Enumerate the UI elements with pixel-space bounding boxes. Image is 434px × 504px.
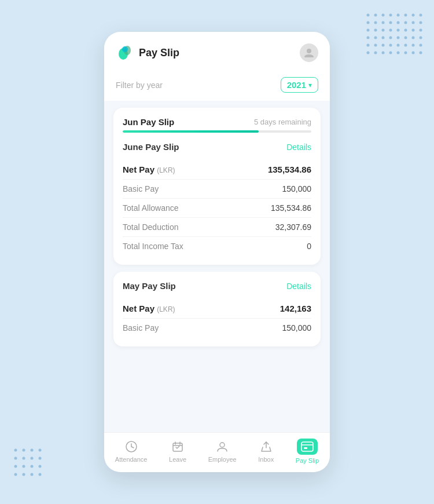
payslip-icon [297,439,318,455]
svg-point-18 [382,29,385,32]
employee-icon [215,440,229,454]
svg-point-3 [389,14,392,17]
may-net-pay-label: Net Pay (LKR) [123,304,175,313]
june-section-title: Jun Pay Slip [123,117,174,127]
svg-point-28 [397,36,400,39]
svg-point-13 [404,21,407,24]
svg-point-52 [14,457,17,460]
nav-item-attendance[interactable]: Attendance [115,440,148,463]
svg-point-41 [374,52,377,54]
year-selector[interactable]: 2021 ▾ [281,77,318,93]
nav-label-inbox: Inbox [258,456,274,463]
bottom-nav: Attendance Leave [104,432,330,472]
svg-point-7 [420,14,422,17]
svg-rect-72 [304,447,307,449]
filter-row: Filter by year 2021 ▾ [104,71,330,101]
svg-point-10 [382,21,385,24]
may-details-link[interactable]: Details [286,282,311,291]
june-total-income-tax-value: 0 [307,242,311,251]
svg-point-1 [374,14,377,17]
svg-point-50 [31,449,34,452]
svg-point-62 [31,473,34,476]
svg-point-43 [389,52,392,54]
nav-label-attendance: Attendance [115,456,148,463]
svg-point-39 [420,44,422,47]
may-net-pay-currency: (LKR) [157,305,175,313]
svg-point-8 [367,21,370,24]
may-basic-pay-row: Basic Pay 150,000 [123,319,311,337]
svg-point-16 [367,29,370,32]
svg-point-42 [382,52,385,54]
june-net-pay-row: Net Pay (LKR) 135,534.86 [123,160,311,180]
nav-item-leave[interactable]: Leave [169,440,186,463]
svg-point-23 [420,29,422,32]
june-total-income-tax-label: Total Income Tax [123,242,183,251]
june-net-pay-label: Net Pay (LKR) [123,165,175,174]
svg-point-56 [14,465,17,468]
svg-point-14 [412,21,415,24]
filter-label: Filter by year [116,81,163,90]
svg-point-17 [374,29,377,32]
may-net-pay-value: 142,163 [280,304,311,313]
svg-point-44 [397,52,400,54]
svg-point-46 [412,52,415,54]
svg-point-47 [420,52,422,54]
svg-point-63 [39,473,42,476]
nav-item-employee[interactable]: Employee [208,440,237,463]
may-basic-pay-label: Basic Pay [123,323,159,333]
decorative-dots-bottom-left [12,446,46,481]
svg-point-25 [374,36,377,39]
year-value: 2021 [287,80,306,90]
june-total-deduction-value: 32,307.69 [275,222,311,232]
svg-point-66 [122,46,128,52]
june-slip-title: June Pay Slip [123,142,179,152]
svg-point-51 [39,449,42,452]
svg-point-40 [367,52,370,54]
svg-point-36 [397,44,400,47]
june-basic-pay-row: Basic Pay 150,000 [123,180,311,199]
june-basic-pay-label: Basic Pay [123,184,159,193]
svg-point-24 [367,36,370,39]
june-total-allowance-value: 135,534.86 [271,203,311,213]
may-slip-title: May Pay Slip [123,281,176,291]
june-total-income-tax-row: Total Income Tax 0 [123,237,311,255]
june-details-link[interactable]: Details [286,143,311,152]
svg-point-19 [389,29,392,32]
svg-point-12 [397,21,400,24]
inbox-icon [259,440,273,454]
svg-point-5 [404,14,407,17]
june-days-remaining: 5 days remaining [254,118,311,126]
svg-point-6 [412,14,415,17]
nav-item-inbox[interactable]: Inbox [258,440,274,463]
june-total-allowance-row: Total Allowance 135,534.86 [123,199,311,218]
june-total-deduction-row: Total Deduction 32,307.69 [123,218,311,237]
nav-label-employee: Employee [208,456,237,463]
leave-icon [171,440,185,454]
svg-point-27 [389,36,392,39]
decorative-dots-top-right [365,12,422,58]
svg-point-34 [382,44,385,47]
svg-point-35 [389,44,392,47]
june-net-pay-value: 135,534.86 [268,165,311,174]
svg-rect-71 [301,442,313,451]
svg-point-9 [374,21,377,24]
june-payslip-section: Jun Pay Slip 5 days remaining June Pay S… [113,108,321,265]
svg-point-26 [382,36,385,39]
june-progress-bar-bg [123,130,311,133]
app-logo-icon [116,43,134,62]
nav-label-leave: Leave [169,456,186,463]
svg-point-38 [412,44,415,47]
svg-point-70 [220,443,225,447]
svg-point-29 [404,36,407,39]
user-avatar[interactable] [300,43,318,62]
chevron-down-icon: ▾ [308,81,312,89]
svg-point-22 [412,29,415,32]
nav-item-payslip[interactable]: Pay Slip [296,439,319,464]
svg-point-31 [420,36,422,39]
june-progress-bar-fill [123,130,259,133]
header: Pay Slip [104,32,330,71]
svg-point-11 [389,21,392,24]
svg-point-57 [23,465,25,468]
june-net-pay-currency: (LKR) [157,166,175,174]
june-basic-pay-value: 150,000 [282,184,311,193]
